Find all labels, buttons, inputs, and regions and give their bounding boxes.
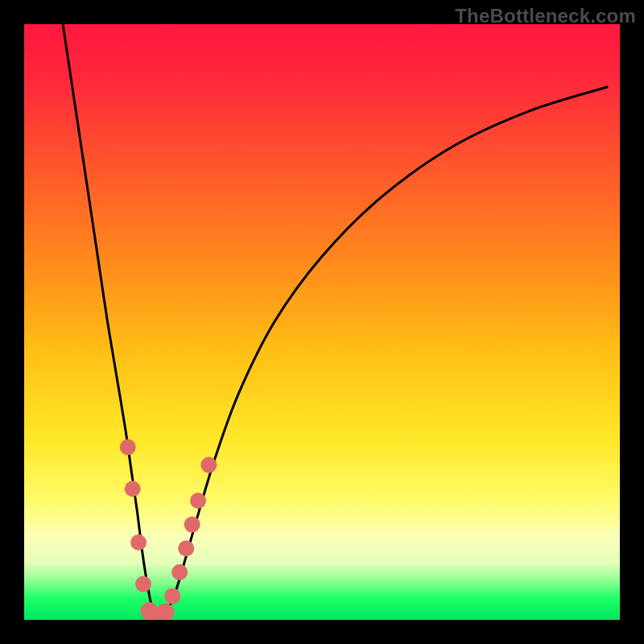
data-point xyxy=(164,588,180,604)
gradient-background xyxy=(24,24,620,620)
data-point xyxy=(200,457,217,473)
data-point xyxy=(178,540,194,556)
bottleneck-chart xyxy=(24,24,620,620)
data-point xyxy=(130,535,147,551)
data-point xyxy=(190,493,206,509)
data-point xyxy=(135,576,151,592)
data-point xyxy=(171,564,188,580)
data-point xyxy=(184,517,200,533)
plot-area xyxy=(24,24,620,620)
watermark-text: TheBottleneck.com xyxy=(455,5,636,27)
chart-frame: TheBottleneck.com xyxy=(0,0,644,644)
data-point xyxy=(125,481,141,497)
data-point xyxy=(120,439,136,455)
